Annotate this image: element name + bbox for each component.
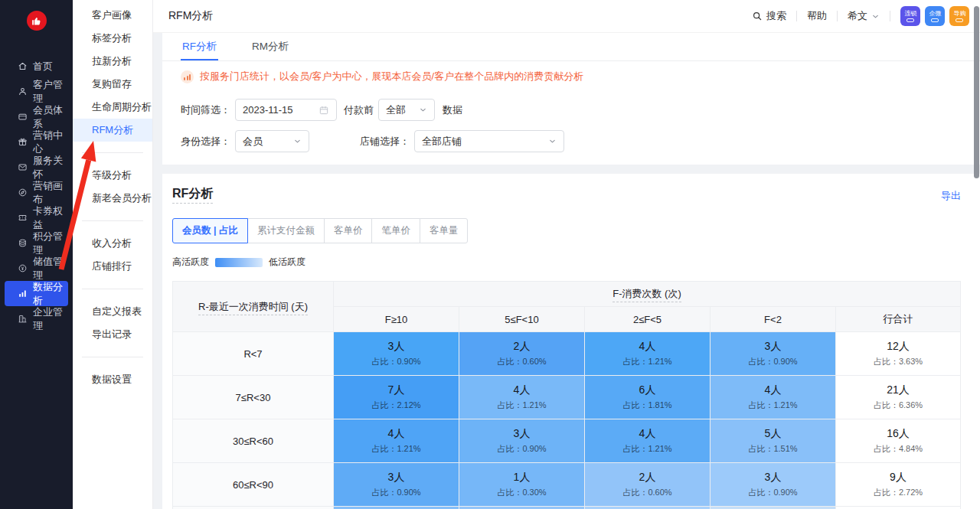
- search-icon: [752, 11, 763, 21]
- app-badge-glyph-icon: [906, 18, 914, 22]
- column-header-2≤F<5: 2≤F<5: [585, 307, 710, 332]
- chevron-down-icon: [293, 137, 302, 145]
- app-badge-label: 企微: [929, 10, 941, 16]
- time-filter-label: 时间筛选：: [181, 103, 230, 117]
- table-row: 60≤R<903人占比：0.90%1人占比：0.30%2人占比：0.60%3人占…: [173, 463, 961, 507]
- notice-text: 按服务门店统计，以会员/客户为中心，展现本店会员/客户在整个品牌内的消费贡献分析: [200, 70, 583, 83]
- row-total-cell: 16人占比：4.84%: [836, 419, 961, 463]
- help-button[interactable]: 帮助: [807, 9, 827, 23]
- scrollbar-thumb[interactable]: [974, 6, 979, 178]
- submenu-item-生命周期分析[interactable]: 生命周期分析: [73, 96, 152, 119]
- stored-value-icon: [18, 263, 28, 273]
- metric-tab-客单价[interactable]: 客单价: [324, 218, 373, 243]
- table-row: R<73人占比：0.90%2人占比：0.60%4人占比：1.21%3人占比：0.…: [173, 332, 961, 376]
- identity-select[interactable]: 会员: [235, 130, 309, 152]
- submenu-item-收入分析[interactable]: 收入分析: [73, 232, 152, 255]
- sidebar-item-数据分析[interactable]: 数据分析: [5, 281, 68, 306]
- heatmap-cell: 7人占比：2.12%: [334, 376, 459, 419]
- col-axis-header: F-消费次数 (次): [334, 282, 961, 307]
- table-row: 90≤R<1807人占比：2.12%5人占比：1.51%7人占比：2.12%14…: [173, 507, 961, 509]
- submenu-item-等级分析[interactable]: 等级分析: [73, 164, 152, 187]
- metric-tab-笔单价[interactable]: 笔单价: [371, 218, 420, 243]
- sidebar-item-会员体系[interactable]: 会员体系: [5, 104, 68, 129]
- sidebar-item-服务关怀[interactable]: 服务关怀: [5, 155, 68, 180]
- store-select[interactable]: 全部店铺: [414, 130, 564, 152]
- submenu-item-数据设置[interactable]: 数据设置: [73, 368, 152, 391]
- filters: 时间筛选： 2023-11-15 付款前 全部 数据: [162, 83, 980, 165]
- heatmap-cell: 4人占比：1.21%: [585, 332, 710, 376]
- payment-select[interactable]: 全部: [378, 99, 435, 121]
- sidebar-item-储值管理[interactable]: 储值管理: [5, 256, 68, 281]
- heatmap-cell: 2人占比：0.60%: [459, 332, 585, 376]
- app-badge-连锁[interactable]: 连锁: [900, 6, 920, 26]
- heatmap-cell: 5人占比：1.51%: [459, 507, 585, 509]
- section-title: RF分析: [172, 186, 213, 202]
- legend-high-label: 高活跃度: [172, 256, 209, 269]
- sidebar-item-卡券权益[interactable]: 卡券权益: [5, 205, 68, 230]
- submenu-item-拉新分析[interactable]: 拉新分析: [73, 50, 152, 73]
- coupon-icon: [18, 213, 28, 223]
- sidebar-item-label: 营销中心: [33, 129, 68, 156]
- column-header-F≥10: F≥10: [334, 307, 459, 332]
- payment-suffix-label: 数据: [443, 103, 462, 117]
- row-label-7≤R<30: 7≤R<30: [173, 376, 334, 419]
- bar-chart-icon: [181, 70, 194, 83]
- metric-tab-客单量[interactable]: 客单量: [420, 218, 469, 243]
- sidebar-item-label: 积分管理: [33, 230, 68, 257]
- topbar-divider: [796, 11, 797, 21]
- submenu-item-店铺排行[interactable]: 店铺排行: [73, 255, 152, 278]
- secondary-sidebar: 客户画像标签分析拉新分析复购留存生命周期分析RFM分析等级分析新老会员分析收入分…: [73, 0, 153, 509]
- sidebar-item-客户管理[interactable]: 客户管理: [5, 79, 68, 104]
- metric-tab-会员数 | 占比[interactable]: 会员数 | 占比: [172, 218, 248, 243]
- sidebar-item-首页[interactable]: 首页: [5, 54, 68, 79]
- tab-RF分析[interactable]: RF分析: [181, 33, 218, 60]
- rf-analysis-card: RF分析 导出 会员数 | 占比累计支付金额客单价笔单价客单量 高活跃度 低活跃…: [162, 174, 980, 509]
- enterprise-icon: [18, 314, 28, 324]
- submenu-divider: [82, 152, 143, 153]
- heatmap-cell: 6人占比：1.81%: [585, 376, 710, 419]
- submenu-item-客户画像[interactable]: 客户画像: [73, 4, 152, 27]
- app-badge-企微[interactable]: 企微: [925, 6, 945, 26]
- legend-low-label: 低活跃度: [269, 256, 305, 269]
- metric-tab-累计支付金额[interactable]: 累计支付金额: [247, 218, 325, 243]
- sidebar-item-label: 卡券权益: [33, 204, 68, 232]
- heatmap-cell: 3人占比：0.90%: [710, 332, 836, 376]
- submenu-divider: [82, 289, 143, 289]
- sidebar-item-label: 会员体系: [33, 103, 68, 131]
- sidebar-item-label: 首页: [33, 60, 53, 73]
- submenu-item-新老会员分析[interactable]: 新老会员分析: [73, 187, 152, 210]
- column-header-5≤F<10: 5≤F<10: [459, 307, 585, 332]
- notice-banner: 按服务门店统计，以会员/客户为中心，展现本店会员/客户在整个品牌内的消费贡献分析: [181, 70, 962, 83]
- search-button[interactable]: 搜索: [752, 9, 786, 23]
- calendar-icon: [318, 105, 329, 116]
- sidebar-item-label: 客户管理: [33, 78, 68, 106]
- sidebar-item-企业管理[interactable]: 企业管理: [5, 306, 68, 331]
- user-menu[interactable]: 希文: [848, 9, 880, 23]
- submenu-item-自定义报表[interactable]: 自定义报表: [73, 300, 152, 323]
- filter-card: RF分析RM分析 按服务门店统计，以会员/客户为中心，展现本店会员/客户在整个品…: [162, 33, 980, 165]
- sidebar-item-营销中心[interactable]: 营销中心: [5, 129, 68, 155]
- home-icon: [18, 61, 28, 71]
- column-header-行合计: 行合计: [836, 307, 961, 332]
- row-label-90≤R<180: 90≤R<180: [173, 507, 334, 509]
- submenu-item-RFM分析[interactable]: RFM分析: [73, 119, 152, 142]
- main-area: RFM分析 搜索 帮助 希文: [153, 0, 980, 509]
- sidebar-item-label: 企业管理: [33, 305, 68, 333]
- sidebar-item-积分管理[interactable]: 积分管理: [5, 230, 68, 256]
- date-picker-input[interactable]: 2023-11-15: [235, 99, 337, 121]
- membership-icon: [18, 112, 28, 122]
- submenu-item-复购留存[interactable]: 复购留存: [73, 73, 152, 96]
- export-link[interactable]: 导出: [941, 189, 961, 203]
- heatmap-cell: 3人占比：0.90%: [710, 463, 836, 507]
- column-header-F<2: F<2: [710, 307, 836, 332]
- heatmap-cell: 4人占比：1.21%: [710, 376, 836, 419]
- submenu-item-导出记录[interactable]: 导出记录: [73, 323, 152, 346]
- table-row: 30≤R<604人占比：1.21%3人占比：0.90%4人占比：1.21%5人占…: [173, 419, 961, 463]
- heatmap-cell: 7人占比：2.12%: [334, 507, 459, 509]
- sidebar-item-营销画布[interactable]: 营销画布: [5, 180, 68, 205]
- payment-value: 全部: [386, 103, 406, 117]
- tab-RM分析[interactable]: RM分析: [250, 33, 290, 60]
- primary-sidebar: 首页客户管理会员体系营销中心服务关怀营销画布卡券权益积分管理储值管理数据分析企业…: [0, 0, 73, 509]
- app-badge-导购[interactable]: 导购: [949, 6, 969, 26]
- submenu-item-标签分析[interactable]: 标签分析: [73, 27, 152, 50]
